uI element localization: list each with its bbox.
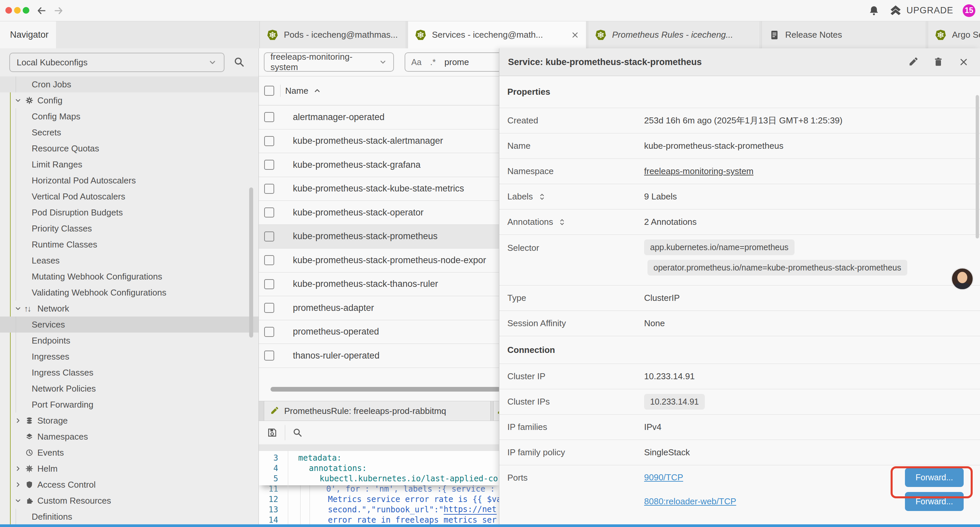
chevron-right-icon[interactable] xyxy=(14,465,22,473)
namespace-link[interactable]: freeleaps-monitoring-system xyxy=(644,166,754,177)
minimize-window-button[interactable] xyxy=(14,7,21,14)
sidebar-item-leases[interactable]: Leases xyxy=(0,253,259,269)
close-icon[interactable] xyxy=(958,57,969,67)
bell-icon[interactable] xyxy=(868,5,880,16)
row-checkbox[interactable] xyxy=(264,112,274,122)
sidebar-group-helm[interactable]: Helm xyxy=(0,461,259,477)
editor-tab-prometheusrule[interactable]: PrometheusRule: freeleaps-prod-rabbitmq xyxy=(264,401,491,420)
namespace-select[interactable]: freeleaps-monitoring-system xyxy=(264,53,394,72)
close-window-button[interactable] xyxy=(5,7,12,14)
row-checkbox[interactable] xyxy=(264,136,274,146)
sort-ascending-icon[interactable] xyxy=(313,86,321,95)
detail-scrollbar[interactable] xyxy=(976,95,979,239)
table-row[interactable]: alertmanager-operated xyxy=(259,105,499,129)
sidebar-item-port-forwarding[interactable]: Port Forwarding xyxy=(0,396,259,412)
table-row[interactable]: prometheus-operated xyxy=(259,320,499,344)
sidebar-item-horizontal-pod-autoscalers[interactable]: Horizontal Pod Autoscalers xyxy=(0,172,259,188)
row-checkbox[interactable] xyxy=(264,303,274,313)
table-row[interactable]: kube-prometheus-stack-thanos-ruler xyxy=(259,272,499,296)
expand-labels-icon[interactable] xyxy=(538,193,546,201)
sidebar-item-validating-webhook-configurations[interactable]: Validating Webhook Configurations xyxy=(0,285,259,301)
trash-icon[interactable] xyxy=(933,57,943,67)
kubeconfig-select[interactable]: Local Kubeconfigs xyxy=(10,53,224,72)
sidebar-item-pod-disruption-budgets[interactable]: Pod Disruption Budgets xyxy=(0,204,259,220)
notification-badge[interactable]: 15 xyxy=(963,4,975,17)
table-row[interactable]: kube-prometheus-stack-kube-state-metrics xyxy=(259,177,499,201)
table-row[interactable]: prometheus-adapter xyxy=(259,296,499,320)
row-checkbox[interactable] xyxy=(264,350,274,361)
tab-prometheus-rules[interactable]: Prometheus Rules - icecheng... xyxy=(588,21,760,48)
sidebar-item-services[interactable]: Services xyxy=(0,317,259,333)
sidebar-item-ingresses[interactable]: Ingresses xyxy=(0,349,259,365)
row-checkbox[interactable] xyxy=(264,255,274,265)
select-all-checkbox[interactable] xyxy=(264,86,274,96)
maximize-window-button[interactable] xyxy=(23,7,29,14)
row-checkbox[interactable] xyxy=(264,207,274,218)
search-icon[interactable] xyxy=(293,428,302,438)
table-row-selected[interactable]: kube-prometheus-stack-prometheus xyxy=(259,225,499,249)
sidebar-scrollbar[interactable] xyxy=(249,188,253,338)
tab-services[interactable]: Services - icecheng@math... xyxy=(407,21,586,48)
back-arrow-icon[interactable] xyxy=(36,5,47,16)
sidebar-item-network-policies[interactable]: Network Policies xyxy=(0,381,259,396)
sidebar-item-limit-ranges[interactable]: Limit Ranges xyxy=(0,156,259,172)
helm-wheel-icon xyxy=(25,465,33,473)
edit-pencil-icon[interactable] xyxy=(908,57,918,67)
tab-pods[interactable]: Pods - icecheng@mathmas... xyxy=(259,21,406,48)
table-row[interactable]: kube-prometheus-stack-grafana xyxy=(259,153,499,177)
row-checkbox[interactable] xyxy=(264,231,274,242)
sidebar-group-storage[interactable]: Storage xyxy=(0,412,259,428)
sidebar-group-custom-resources[interactable]: Custom Resources xyxy=(0,493,259,509)
name-column-header[interactable]: Name xyxy=(285,86,308,96)
row-checkbox[interactable] xyxy=(264,184,274,194)
expand-annotations-icon[interactable] xyxy=(558,218,566,226)
sidebar-item-ingress-classes[interactable]: Ingress Classes xyxy=(0,365,259,381)
row-checkbox[interactable] xyxy=(264,160,274,170)
chevron-right-icon[interactable] xyxy=(14,417,22,425)
save-icon[interactable] xyxy=(267,427,277,438)
sidebar-item-cron-jobs[interactable]: Cron Jobs xyxy=(0,76,259,92)
sidebar-item-mutating-webhook-configurations[interactable]: Mutating Webhook Configurations xyxy=(0,269,259,285)
tab-argo[interactable]: Argo Se xyxy=(928,21,980,48)
upgrade-button[interactable]: UPGRADE xyxy=(889,4,953,18)
forward-arrow-icon[interactable] xyxy=(53,5,64,16)
sidebar-item-secrets[interactable]: Secrets xyxy=(0,124,259,140)
row-checkbox[interactable] xyxy=(264,327,274,337)
close-tab-icon[interactable] xyxy=(571,31,579,39)
editor-overlay-card: 3metadata: 4annotations: 5kubectl.kubern… xyxy=(259,451,499,485)
chevron-down-icon[interactable] xyxy=(14,96,22,104)
table-row[interactable]: thanos-ruler-operated xyxy=(259,344,499,368)
search-icon[interactable] xyxy=(234,56,245,68)
sidebar-group-config[interactable]: Config xyxy=(0,92,259,108)
editor-tab-partial[interactable] xyxy=(493,401,499,420)
chevron-down-icon[interactable] xyxy=(14,304,22,312)
navigator-tab[interactable]: Navigator xyxy=(0,21,56,48)
sidebar-item-resource-quotas[interactable]: Resource Quotas xyxy=(0,140,259,156)
row-checkbox[interactable] xyxy=(264,279,274,289)
table-row[interactable]: kube-prometheus-stack-alertmanager xyxy=(259,129,499,153)
sidebar-group-namespaces[interactable]: Namespaces xyxy=(0,428,259,444)
table-row[interactable]: kube-prometheus-stack-operator xyxy=(259,201,499,225)
sidebar-item-runtime-classes[interactable]: Runtime Classes xyxy=(0,236,259,253)
sidebar-item-priority-classes[interactable]: Priority Classes xyxy=(0,220,259,236)
table-row[interactable]: kube-prometheus-stack-prometheus-node-ex… xyxy=(259,248,499,272)
yaml-editor[interactable]: 110', for : 'nm', labels :{ service : 12… xyxy=(259,451,499,524)
horizontal-scrollbar[interactable] xyxy=(270,387,499,392)
port-link-9090[interactable]: 9090/TCP xyxy=(644,472,683,482)
regex-toggle[interactable]: .* xyxy=(430,57,436,67)
sidebar-group-network[interactable]: ↑↓ Network xyxy=(0,301,259,317)
port-link-8080[interactable]: 8080:reloader-web/TCP xyxy=(644,496,736,507)
sidebar-group-events[interactable]: Events xyxy=(0,444,259,461)
sidebar-item-vertical-pod-autoscalers[interactable]: Vertical Pod Autoscalers xyxy=(0,188,259,204)
sidebar-item-config-maps[interactable]: Config Maps xyxy=(0,108,259,124)
filter-input[interactable]: Aa .* prome xyxy=(405,53,499,72)
sidebar-group-access-control[interactable]: Access Control xyxy=(0,477,259,493)
match-case-toggle[interactable]: Aa xyxy=(411,57,422,67)
runbook-url-link[interactable]: https://net xyxy=(444,505,497,515)
avatar[interactable] xyxy=(951,267,974,290)
sidebar-item-definitions[interactable]: Definitions xyxy=(0,509,259,524)
tab-release-notes[interactable]: Release Notes xyxy=(762,21,926,48)
sidebar-item-endpoints[interactable]: Endpoints xyxy=(0,333,259,349)
chevron-down-icon[interactable] xyxy=(14,497,22,505)
chevron-right-icon[interactable] xyxy=(14,481,22,489)
